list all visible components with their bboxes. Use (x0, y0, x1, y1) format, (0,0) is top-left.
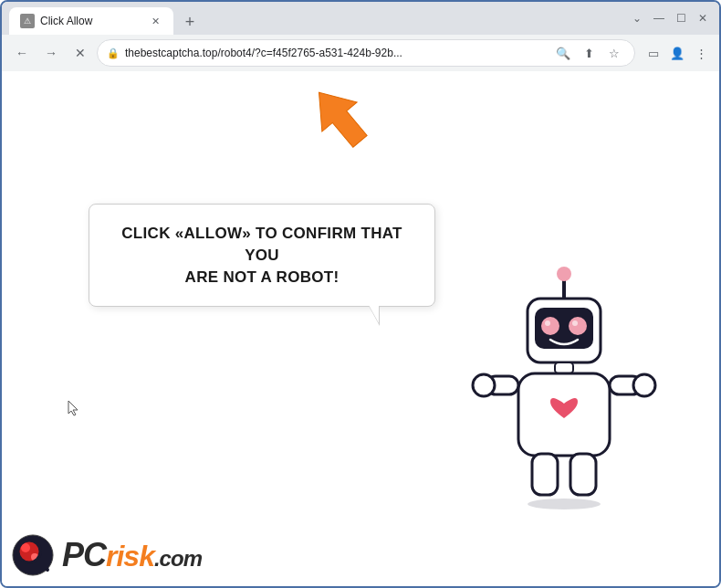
pcrisk-logo-icon (11, 533, 55, 577)
forward-button[interactable]: → (38, 40, 64, 66)
address-bar[interactable]: 🔒 thebestcaptcha.top/robot4/?c=f45f2765-… (97, 39, 635, 67)
speech-bubble-text: CLICK «ALLOW» TO CONFIRM THAT YOU ARE NO… (112, 223, 412, 288)
svg-rect-10 (555, 362, 573, 373)
svg-point-3 (557, 267, 571, 281)
browser-window: ⚠ Click Allow ✕ + ⌄ — ☐ ✕ ← → ✕ 🔒 thebes… (0, 0, 721, 588)
svg-point-9 (572, 320, 578, 326)
url-text: thebestcaptcha.top/robot4/?c=f45f2765-a5… (125, 47, 547, 59)
extensions-icon[interactable]: ▭ (643, 42, 664, 64)
reload-button[interactable]: ✕ (68, 40, 93, 66)
tab-close-button[interactable]: ✕ (148, 14, 162, 28)
pcrisk-text: PCrisk.com (62, 536, 202, 574)
svg-point-15 (633, 374, 655, 396)
tab-area: ⚠ Click Allow ✕ + (9, 2, 628, 35)
back-button[interactable]: ← (9, 40, 35, 66)
svg-point-13 (473, 374, 495, 396)
maximize-button[interactable]: ☐ (672, 9, 690, 27)
robot-illustration (464, 257, 664, 513)
speech-bubble: CLICK «ALLOW» TO CONFIRM THAT YOU ARE NO… (89, 204, 435, 307)
window-system-menu[interactable]: ⌄ (628, 9, 646, 27)
profile-icon[interactable]: 👤 (666, 42, 688, 64)
bookmark-icon[interactable]: ☆ (603, 42, 625, 64)
tab-favicon: ⚠ (20, 14, 35, 28)
svg-rect-17 (570, 454, 596, 495)
svg-point-6 (541, 317, 559, 335)
window-controls: ⌄ — ☐ ✕ (628, 9, 712, 27)
page-content: CLICK «ALLOW» TO CONFIRM THAT YOU ARE NO… (2, 71, 719, 586)
search-icon[interactable]: 🔍 (552, 42, 574, 64)
tab-title: Click Allow (40, 15, 142, 27)
svg-marker-1 (68, 401, 78, 415)
watermark: PCrisk.com (11, 533, 202, 577)
svg-point-8 (545, 320, 550, 326)
menu-icon[interactable]: ⋮ (690, 42, 712, 64)
svg-rect-16 (532, 454, 558, 495)
close-button[interactable]: ✕ (694, 9, 712, 27)
title-bar: ⚠ Click Allow ✕ + ⌄ — ☐ ✕ (2, 2, 719, 35)
svg-point-18 (528, 499, 601, 509)
orange-arrow (303, 80, 376, 153)
lock-icon: 🔒 (107, 47, 120, 59)
new-tab-button[interactable]: + (177, 9, 203, 35)
address-icons: 🔍 ⬆ ☆ (552, 42, 625, 64)
svg-marker-0 (303, 80, 376, 153)
share-icon[interactable]: ⬆ (578, 42, 600, 64)
nav-bar: ← → ✕ 🔒 thebestcaptcha.top/robot4/?c=f45… (2, 35, 719, 71)
browser-tab[interactable]: ⚠ Click Allow ✕ (9, 7, 173, 35)
minimize-button[interactable]: — (650, 9, 668, 27)
svg-point-7 (569, 317, 587, 335)
toolbar-right: ▭ 👤 ⋮ (643, 42, 712, 64)
